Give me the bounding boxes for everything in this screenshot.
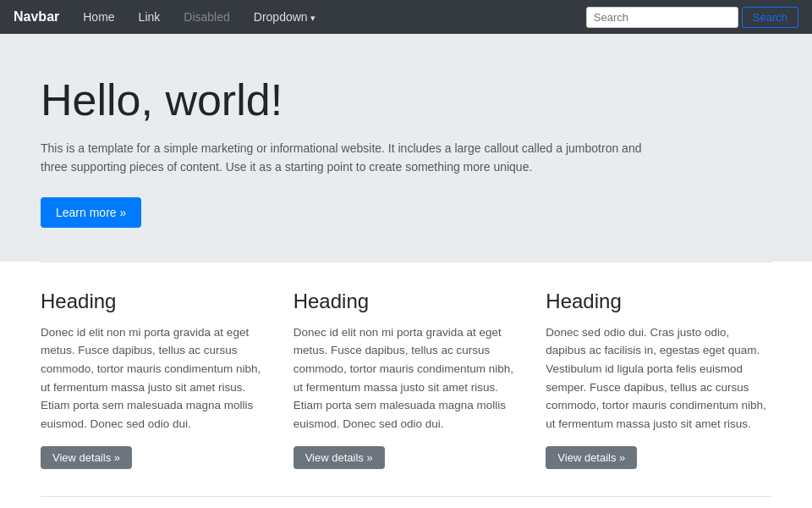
content-col-1: Heading Donec id elit non mi porta gravi…	[41, 290, 266, 470]
learn-more-button[interactable]: Learn more »	[41, 197, 141, 228]
jumbotron-title: Hello, world!	[41, 75, 771, 125]
content-heading-2: Heading	[294, 290, 519, 313]
footer: © Company 2017	[0, 497, 812, 508]
nav-link-home[interactable]: Home	[73, 3, 124, 30]
content-row: Heading Donec id elit non mi porta gravi…	[41, 290, 771, 470]
navbar-brand[interactable]: Navbar	[14, 9, 59, 25]
view-details-button-2[interactable]: View details »	[294, 446, 385, 469]
navbar: Navbar Home Link Disabled Dropdown Searc…	[0, 0, 812, 34]
content-heading-3: Heading	[546, 290, 771, 313]
navbar-search: Search	[586, 7, 798, 28]
content-text-2: Donec id elit non mi porta gravida at eg…	[294, 323, 519, 433]
view-details-button-3[interactable]: View details »	[546, 446, 637, 469]
content-text-1: Donec id elit non mi porta gravida at eg…	[41, 323, 266, 433]
content-area: Heading Donec id elit non mi porta gravi…	[0, 262, 812, 497]
content-col-2: Heading Donec id elit non mi porta gravi…	[294, 290, 519, 470]
navbar-nav: Home Link Disabled Dropdown	[73, 3, 586, 30]
search-input[interactable]	[586, 7, 738, 28]
jumbotron-text: This is a template for a simple marketin…	[41, 139, 658, 177]
search-button[interactable]: Search	[742, 7, 798, 28]
jumbotron: Hello, world! This is a template for a s…	[0, 34, 812, 262]
content-col-3: Heading Donec sed odio dui. Cras justo o…	[546, 290, 771, 470]
nav-link-disabled: Disabled	[173, 3, 239, 30]
nav-link-link[interactable]: Link	[129, 3, 171, 30]
nav-link-dropdown[interactable]: Dropdown	[244, 3, 326, 30]
view-details-button-1[interactable]: View details »	[41, 446, 132, 469]
content-heading-1: Heading	[41, 290, 266, 313]
content-text-3: Donec sed odio dui. Cras justo odio, dap…	[546, 323, 771, 433]
